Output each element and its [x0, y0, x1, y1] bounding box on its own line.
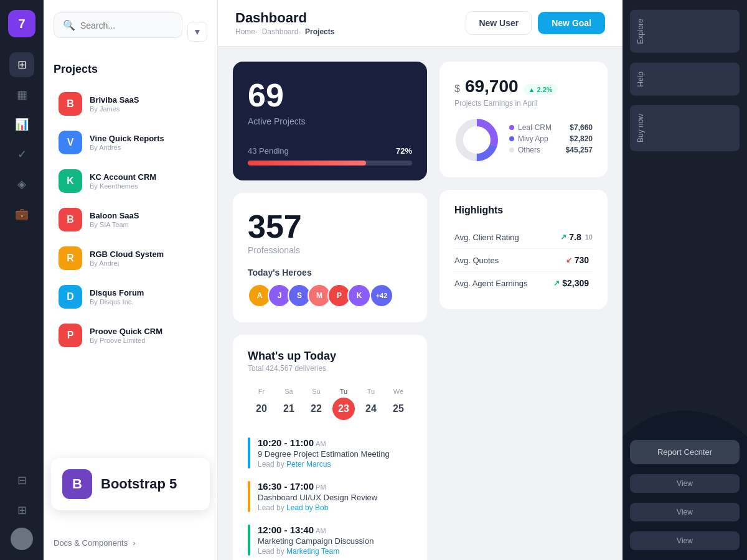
new-goal-button[interactable]: New Goal: [538, 12, 605, 34]
highlight-row: Avg. Agent Earnings ↗ $2,309: [454, 272, 593, 294]
nav-icon-grid[interactable]: ⊞: [9, 52, 34, 77]
filter-icon[interactable]: ▼: [187, 22, 207, 42]
bootstrap-label: Bootstrap 5: [101, 476, 177, 492]
highlight-row: Avg. Quotes ↙ 730: [454, 249, 593, 272]
project-by: By James: [90, 105, 202, 113]
schedule-person[interactable]: Peter Marcus: [286, 460, 331, 469]
project-item[interactable]: K KC Account CRM By Keenthemes: [54, 163, 207, 199]
page-title: Dashboard: [235, 10, 334, 26]
search-bar[interactable]: 🔍: [54, 12, 182, 38]
project-name: RGB Cloud System: [90, 250, 202, 259]
cal-day-num: 21: [278, 398, 300, 420]
highlight-row: Avg. Client Rating ↗ 7.810: [454, 226, 593, 249]
professionals-card: 357 Professionals Today's Heroes AJSMPK+…: [233, 193, 427, 322]
nav-app-number[interactable]: 7: [8, 10, 35, 37]
calendar-day[interactable]: We 25: [385, 383, 412, 425]
view-button-1[interactable]: View: [630, 474, 740, 493]
view-button-3[interactable]: View: [630, 531, 740, 550]
nav-icon-layers[interactable]: ◈: [9, 172, 34, 197]
calendar-day[interactable]: Tu 24: [357, 383, 385, 425]
pending-pct: 72%: [396, 146, 412, 156]
cal-day-num: 23: [332, 398, 355, 420]
project-by: By SIA Team: [90, 221, 202, 228]
schedule-meeting: Marketing Campaign Discussion: [258, 536, 412, 546]
legend-value: $45,257: [566, 146, 593, 154]
earnings-number: 69,700: [465, 77, 519, 96]
schedule-body: 10:20 - 11:00AM 9 Degree Project Estimat…: [258, 437, 412, 469]
legend-dot: [509, 147, 514, 152]
nav-user-avatar[interactable]: [11, 528, 33, 550]
schedule-body: 16:30 - 17:00PM Dashboard UI/UX Design R…: [258, 481, 412, 512]
legend-value: $7,660: [570, 123, 593, 132]
schedule-lead: Lead by Peter Marcus: [258, 460, 412, 469]
breadcrumb-home: Home-: [235, 27, 260, 36]
cal-day-name: Sa: [278, 388, 300, 395]
project-item[interactable]: B Baloon SaaS By SIA Team: [54, 202, 207, 238]
search-input[interactable]: [80, 21, 173, 30]
donut-section: Leaf CRM $7,660 Mivy App $2,820 Others $…: [454, 118, 593, 162]
explore-button[interactable]: Explore: [630, 10, 740, 53]
heroes-section: Today's Heroes AJSMPK+42: [248, 268, 412, 307]
legend-left: Others: [509, 146, 540, 154]
schedule-line: [248, 481, 250, 512]
project-name: Vine Quick Reports: [90, 134, 202, 143]
heroes-more: +42: [370, 284, 393, 307]
nav-icon-apps[interactable]: ▦: [9, 82, 34, 107]
project-item[interactable]: D Disqus Forum By Disqus Inc.: [54, 279, 207, 315]
nav-icon-check[interactable]: ✓: [9, 142, 34, 167]
legend-left: Mivy App: [509, 134, 548, 143]
project-icon: R: [59, 246, 82, 270]
highlight-value: ↙ 730: [566, 255, 593, 265]
main-content: Dashboard Home- Dashboard- Projects New …: [218, 0, 622, 560]
schedule-card: What's up Today Total 424,567 deliveries…: [233, 335, 427, 560]
buynow-button[interactable]: Buy now: [630, 105, 740, 151]
calendar-row[interactable]: Fr 20 Sa 21 Su 22 Tu 23 Tu 24 We 25: [248, 383, 412, 425]
earnings-period: Projects Earnings in April: [454, 99, 593, 108]
help-button[interactable]: Help: [630, 63, 740, 96]
footer-label: Docs & Components: [54, 538, 128, 548]
project-info: Proove Quick CRM By Proove Limited: [90, 327, 202, 344]
project-info: Baloon SaaS By SIA Team: [90, 211, 202, 228]
project-item[interactable]: R RGB Cloud System By Andrei: [54, 240, 207, 276]
earnings-badge: ▲ 2.2%: [524, 84, 558, 95]
highlight-value: ↗ $2,309: [553, 278, 593, 288]
legend-dot: [509, 125, 514, 130]
project-by: By Andrei: [90, 259, 202, 267]
search-icon: 🔍: [63, 19, 75, 31]
calendar-day[interactable]: Fr 20: [248, 383, 275, 425]
calendar-day[interactable]: Sa 21: [275, 383, 303, 425]
highlights-card: Highlights Avg. Client Rating ↗ 7.810 Av…: [439, 190, 608, 309]
pending-label: 43 Pending: [248, 146, 289, 156]
project-item[interactable]: P Proove Quick CRM By Proove Limited: [54, 317, 207, 353]
bootstrap-icon: B: [62, 469, 92, 499]
view-button-2[interactable]: View: [630, 503, 740, 521]
legend-item: Leaf CRM $7,660: [509, 123, 593, 132]
legend-value: $2,820: [570, 134, 593, 143]
schedule-body: 12:00 - 13:40AM Marketing Campaign Discu…: [258, 525, 412, 556]
projects-list: B Briviba SaaS By James V Vine Quick Rep…: [54, 86, 207, 353]
donut-chart: [454, 118, 499, 162]
project-item[interactable]: B Briviba SaaS By James: [54, 86, 207, 122]
cal-day-num: 25: [387, 398, 410, 420]
sidebar-footer[interactable]: Docs & Components ›: [54, 538, 207, 548]
new-user-button[interactable]: New User: [466, 11, 532, 35]
legend-item: Others $45,257: [509, 146, 593, 154]
calendar-day[interactable]: Tu 23: [330, 383, 357, 425]
nav-icon-case[interactable]: 💼: [9, 202, 34, 226]
nav-icon-chart[interactable]: 📊: [9, 112, 34, 137]
schedule-person[interactable]: Marketing Team: [286, 547, 339, 556]
schedule-time: 10:20 - 11:00AM: [258, 437, 412, 448]
project-info: Vine Quick Reports By Andres: [90, 134, 202, 151]
report-center-button[interactable]: Report Cecnter: [630, 440, 740, 464]
project-icon: K: [59, 169, 82, 193]
nav-icon-bottom1[interactable]: ⊟: [9, 468, 34, 493]
calendar-day[interactable]: Su 22: [303, 383, 330, 425]
schedule-person[interactable]: Lead by Bob: [286, 503, 328, 512]
sidebar: 🔍 ▼ Projects B Briviba SaaS By James V V…: [44, 0, 218, 560]
project-icon: B: [59, 208, 82, 231]
nav-icon-bottom2[interactable]: ⊞: [9, 498, 34, 523]
cal-day-name: Fr: [250, 388, 273, 395]
cal-day-name: Su: [305, 388, 327, 395]
project-item[interactable]: V Vine Quick Reports By Andres: [54, 124, 207, 161]
legend-dot: [509, 136, 514, 141]
